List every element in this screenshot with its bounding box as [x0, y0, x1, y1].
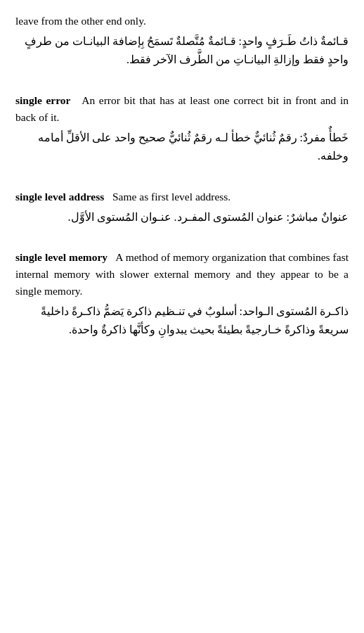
- ar-text-single-level-address: عنوانٌ مباشرٌ: عنوان المُستوى المفـرد. ع…: [15, 208, 349, 226]
- en-definition-single-error: single error An error bit that has at le…: [15, 92, 349, 126]
- en-text-intro: leave from the other end only.: [15, 13, 349, 30]
- ar-text-single-level-memory: ذاكـرة المُستوى الـواحد: أسلوبٌ في تنـظي…: [15, 302, 349, 340]
- entry-single-level-memory: single level memory A method of memory o…: [15, 249, 349, 340]
- divider-3: [15, 239, 349, 249]
- ar-text-single-error: خَطأٌ مفردٌ: رقمٌ ثُنائيٌّ خطأ لـه رقمٌ …: [15, 129, 349, 166]
- term-single-level-address: single level address: [15, 191, 104, 203]
- term-single-level-memory: single level memory: [15, 251, 108, 263]
- ar-text-intro: قـائمةٌ ذاتُ طَـرَفٍ واحدٍ: قـائمةٌ مُتَ…: [15, 32, 349, 70]
- term-single-error: single error: [15, 94, 70, 106]
- page-content: leave from the other end only. قـائمةٌ ذ…: [15, 13, 349, 340]
- entry-intro: leave from the other end only. قـائمةٌ ذ…: [15, 13, 349, 70]
- entry-single-level-address: single level address Same as first level…: [15, 188, 349, 226]
- divider-2: [15, 179, 349, 188]
- en-definition-single-level-memory: single level memory A method of memory o…: [15, 249, 349, 300]
- entry-single-error: single error An error bit that has at le…: [15, 92, 349, 166]
- divider-1: [15, 82, 349, 92]
- en-definition-single-level-address: single level address Same as first level…: [15, 188, 349, 205]
- definition-text-single-level-address: Same as first level address.: [112, 191, 230, 203]
